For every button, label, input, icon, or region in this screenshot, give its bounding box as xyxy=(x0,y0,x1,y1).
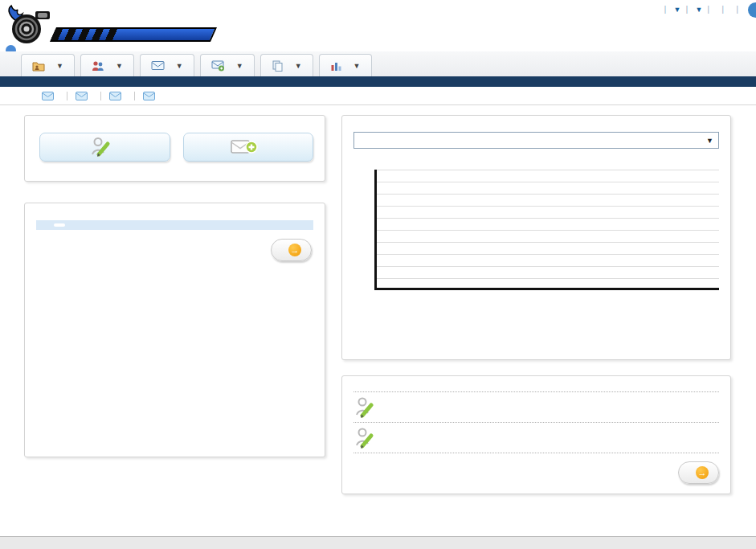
content-area: | ▼| ▼| | | ▼ ▼ ▼ ▼ xyxy=(0,0,756,537)
orange-arrow-icon: → xyxy=(288,244,301,256)
chevron-down-icon: ▼ xyxy=(236,62,243,70)
see-all-contact-lists-button[interactable]: → xyxy=(678,461,719,484)
small-envelope-icon xyxy=(76,92,88,100)
chart-y-axis xyxy=(357,166,374,293)
tab-custom-fields[interactable]: ▼ xyxy=(260,54,313,76)
chevron-down-icon: ▼ xyxy=(295,62,302,70)
person-pencil-icon xyxy=(355,396,374,419)
recent-activity-item[interactable] xyxy=(34,92,67,100)
recently-created-contact-lists-panel: → xyxy=(341,375,731,494)
contacts-people-icon xyxy=(92,60,104,72)
create-an-email-button[interactable] xyxy=(183,133,314,162)
envelope-plus-icon xyxy=(231,137,258,157)
recent-activity-bar xyxy=(0,87,756,105)
chevron-down-icon: ▼ xyxy=(56,62,63,70)
chevron-down-icon: ▼ xyxy=(353,62,361,70)
small-envelope-icon xyxy=(143,92,155,100)
tab-contacts[interactable]: ▼ xyxy=(80,54,134,76)
turbo-email-logo xyxy=(5,2,222,50)
tab-statistics[interactable]: ▼ xyxy=(319,54,372,76)
logo-turbo-text xyxy=(43,0,216,37)
dotted-divider xyxy=(353,453,719,453)
small-envelope-icon xyxy=(109,92,121,100)
chart-plot-area xyxy=(374,170,719,290)
lets-get-started-panel xyxy=(24,115,325,182)
manage-lists-button[interactable] xyxy=(39,133,170,162)
corner-circle-decoration xyxy=(748,2,756,18)
orange-arrow-icon: → xyxy=(696,466,709,479)
contact-activity-chart xyxy=(353,166,719,293)
top-navigation: | ▼| ▼| | | xyxy=(660,4,743,14)
email-envelope-icon xyxy=(151,60,165,71)
recent-activity-item[interactable] xyxy=(67,92,101,100)
turbo-email-app: | ▼| ▼| | | ▼ ▼ ▼ ▼ xyxy=(0,0,756,549)
filter-all-campaigns[interactable] xyxy=(54,223,65,227)
chevron-down-icon[interactable]: ▼ xyxy=(674,6,681,14)
footer-strip xyxy=(0,537,756,549)
contact-list-item[interactable] xyxy=(353,423,719,453)
autoresponder-envelope-icon xyxy=(211,60,225,72)
campaign-filter-bar xyxy=(36,220,313,230)
main-content: → ▼ xyxy=(0,105,756,494)
tab-contact-lists[interactable]: ▼ xyxy=(21,54,75,76)
tab-email-campaigns[interactable]: ▼ xyxy=(140,54,194,76)
contact-list-item[interactable] xyxy=(353,392,719,422)
latest-stats-panel: ▼ xyxy=(341,115,731,360)
contact-lists-folder-icon xyxy=(32,60,45,72)
recent-activity-item[interactable] xyxy=(101,92,135,100)
navy-divider-bar xyxy=(0,76,756,87)
view-all-campaigns-button[interactable]: → xyxy=(271,239,312,261)
recent-activity-item[interactable] xyxy=(135,92,168,100)
chevron-down-icon: ▼ xyxy=(116,62,123,70)
person-pencil-icon xyxy=(91,137,112,158)
custom-fields-pages-icon xyxy=(272,60,284,72)
stats-period-dropdown[interactable]: ▼ xyxy=(353,132,719,149)
main-tab-bar: ▼ ▼ ▼ ▼ ▼ ▼ xyxy=(0,51,756,76)
small-envelope-icon xyxy=(42,92,54,100)
tab-autoresponders[interactable]: ▼ xyxy=(200,54,255,76)
recently-edited-campaigns-panel: → xyxy=(24,203,325,457)
chevron-down-icon: ▼ xyxy=(706,137,713,145)
chevron-down-icon: ▼ xyxy=(176,62,183,70)
statistics-bars-icon xyxy=(330,60,342,72)
header: | ▼| ▼| | | xyxy=(0,0,756,51)
person-pencil-icon xyxy=(355,427,374,449)
chevron-down-icon[interactable]: ▼ xyxy=(695,6,702,14)
